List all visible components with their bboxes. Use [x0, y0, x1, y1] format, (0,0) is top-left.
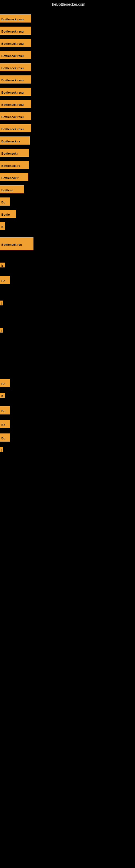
bar-item: Bottle: [0, 210, 16, 218]
bar-item: |: [0, 447, 3, 452]
bar-label: Bottleneck res: [0, 237, 34, 250]
bar-label: |: [0, 328, 3, 333]
bar-item: Bottleneck resu: [0, 39, 31, 47]
bar-item: Bottleneck resu: [0, 100, 31, 108]
bar-label: Bottleneck resu: [0, 112, 31, 120]
bar-label: Bottleneck resu: [0, 75, 31, 84]
bar-label: Bo: [0, 433, 10, 442]
bar-item: B: [0, 222, 5, 230]
bar-label: b: [0, 262, 5, 268]
bar-label: Bottleneck re: [0, 161, 29, 169]
bar-item: Bo: [0, 420, 10, 428]
bar-item: Bottleneck r: [0, 149, 29, 157]
bar-item: Bottleneck resu: [0, 112, 31, 120]
bar-item: Bottleneck resu: [0, 14, 31, 23]
bar-item: b: [0, 262, 5, 268]
site-title: TheBottlenecker.com: [0, 0, 135, 8]
bar-item: Bottleneck resu: [0, 27, 31, 35]
bar-item: Bottleneck resu: [0, 51, 31, 59]
bar-label: Bottlene: [0, 185, 24, 193]
bar-item: Bo: [0, 197, 10, 206]
bar-label: Bottleneck resu: [0, 88, 31, 96]
bar-label: Bottleneck resu: [0, 51, 31, 59]
bar-label: Bottleneck resu: [0, 100, 31, 108]
bar-item: Bottleneck r: [0, 173, 28, 181]
bar-label: Bottleneck r: [0, 149, 29, 157]
bar-item: Bo: [0, 379, 10, 388]
bar-item: Bottleneck re: [0, 161, 29, 169]
bar-label: Bo: [0, 276, 10, 284]
bar-label: Bottleneck resu: [0, 124, 31, 132]
bar-label: B: [0, 393, 5, 398]
bar-item: Bo: [0, 433, 10, 442]
bar-label: Bottleneck resu: [0, 39, 31, 47]
bar-label: Bo: [0, 420, 10, 428]
bar-label: Bottleneck resu: [0, 27, 31, 35]
bar-item: Bo: [0, 406, 10, 414]
bar-label: Bo: [0, 406, 10, 414]
bar-item: B: [0, 393, 5, 398]
bar-item: Bottleneck res: [0, 237, 34, 250]
bar-item: |: [0, 301, 3, 305]
bar-label: |: [0, 301, 3, 305]
bar-label: Bottle: [0, 210, 16, 218]
bar-item: Bottleneck resu: [0, 88, 31, 96]
bar-label: Bo: [0, 197, 10, 206]
bar-label: Bottleneck r: [0, 173, 28, 181]
bar-item: Bottleneck re: [0, 136, 30, 145]
bar-item: Bottleneck resu: [0, 63, 31, 71]
bar-item: Bottleneck resu: [0, 75, 31, 84]
bar-item: Bottlene: [0, 185, 24, 193]
bar-label: B: [0, 222, 5, 230]
bar-label: |: [0, 447, 3, 452]
bar-item: |: [0, 328, 3, 333]
bar-label: Bottleneck resu: [0, 63, 31, 71]
bar-item: Bo: [0, 276, 10, 284]
bar-item: Bottleneck resu: [0, 124, 31, 132]
bar-label: Bottleneck re: [0, 136, 30, 145]
bar-label: Bo: [0, 379, 10, 388]
bar-label: Bottleneck resu: [0, 14, 31, 23]
